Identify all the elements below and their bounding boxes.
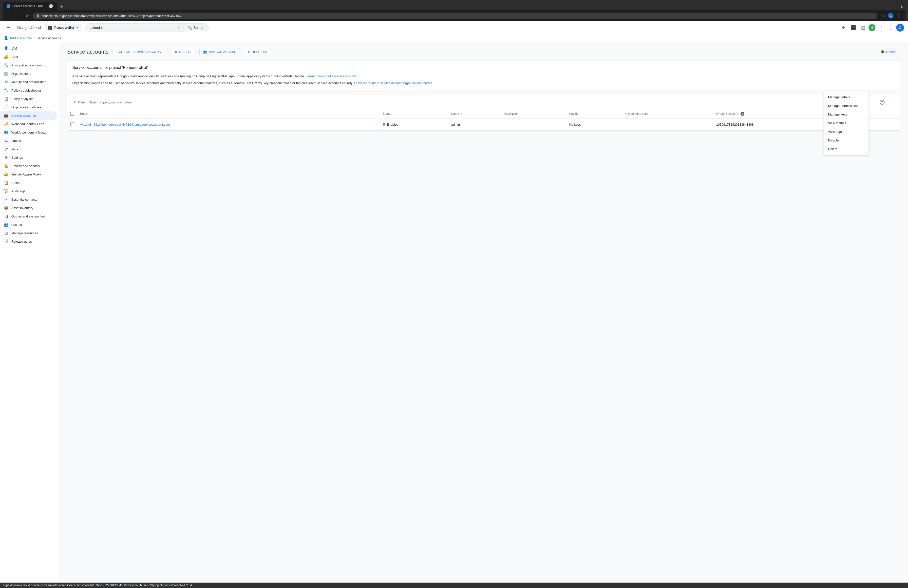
sidebar-item-settings[interactable]: ⚙ Settings: [0, 153, 57, 162]
sidebar-label-principal-access: Principal access bound...: [11, 63, 53, 67]
sidebar-item-labels[interactable]: 🏷 Labels: [0, 137, 57, 145]
project-name: PomodoroBot: [54, 26, 74, 29]
learn-button[interactable]: 🎓 LEARN: [877, 48, 900, 55]
table-container: ▼ Filter ? ⫶: [67, 95, 900, 130]
sidebar-item-principal-access[interactable]: 🔍 Principal access bound...: [0, 61, 57, 69]
sidebar-item-roles[interactable]: 📋 Roles: [0, 179, 57, 187]
email-link[interactable]: ✉ admin-291@pomodorobot-447104.iam.gserv…: [80, 123, 170, 126]
sidebar-label-release-notes: Release notes: [11, 240, 53, 243]
delete-icon: 🗑: [174, 50, 178, 53]
sidebar-item-essential-contacts[interactable]: 📧 Essential contacts: [0, 195, 57, 204]
notification-badge[interactable]: 4: [869, 24, 876, 31]
sidebar-icon-settings: ⚙: [4, 155, 8, 160]
sidebar-item-workforce-identity[interactable]: 👥 Workforce identity fede...: [0, 128, 57, 137]
breadcrumb-parent-link[interactable]: IAM and admin: [10, 36, 32, 40]
sidebar-label-identity-organisation: Identity and organisation: [11, 80, 53, 84]
refresh-button[interactable]: ↻ REFRESH: [244, 48, 270, 55]
search-clear-button[interactable]: ×: [178, 26, 180, 30]
sidebar-item-pam[interactable]: 🔐 PAM: [0, 53, 57, 61]
back-button[interactable]: ←: [6, 12, 13, 19]
context-menu-item-delete[interactable]: Delete: [824, 145, 869, 153]
app-header: ☰ Google Cloud ⬛ PomodoroBot ▼ × 🔍 Searc…: [0, 21, 908, 34]
oauth-info-icon[interactable]: i: [741, 112, 744, 116]
google-cloud-logo[interactable]: Google Cloud: [17, 25, 41, 30]
refresh-button[interactable]: ↺: [24, 12, 31, 19]
table-body: ✉ admin-291@pomodorobot-447104.iam.gserv…: [68, 119, 900, 130]
sidebar-label-identity-aware-proxy: Identity-Aware Proxy: [11, 172, 53, 176]
description-link-2[interactable]: Learn more about service account organis…: [354, 81, 433, 85]
delete-button[interactable]: 🗑 DELETE: [171, 48, 195, 55]
context-menu-item-manage-permissions[interactable]: Manage permissions: [824, 101, 869, 110]
more-options-button[interactable]: ⋮: [886, 23, 895, 32]
add-button[interactable]: ✦: [839, 23, 848, 32]
context-menu-item-manage-details[interactable]: Manage details: [824, 93, 869, 101]
sidebar-icon-organisation-policies: 📄: [4, 105, 8, 110]
browser-toolbar: ← → ↺ 🔒 console.cloud.google.com/iam-adm…: [3, 10, 905, 21]
help-button[interactable]: ?: [876, 23, 885, 32]
sidebar-label-audit-logs: Audit logs: [11, 189, 53, 193]
sort-icon: ↑: [460, 112, 462, 116]
sidebar-item-workload-identity-fede[interactable]: 🔑 Workload Identity Fede...: [0, 120, 57, 128]
sidebar-item-organisations[interactable]: 🏢 Organisations: [0, 69, 57, 78]
sidebar-item-tags[interactable]: 🏷 Tags: [0, 145, 57, 153]
browser-menu-button[interactable]: ⬇: [898, 3, 905, 10]
create-service-account-button[interactable]: + CREATE SERVICE ACCOUNT: [113, 48, 167, 55]
sidebar-icon-workforce-identity: 👥: [4, 130, 8, 135]
filter-input[interactable]: [90, 100, 875, 104]
hamburger-button[interactable]: ☰: [4, 23, 13, 32]
sidebar-item-quotas-system[interactable]: 📊 Quotas and system limi...: [0, 212, 57, 221]
sidebar-icon-privacy-security: 🔒: [4, 164, 8, 168]
filter-button[interactable]: ▼ Filter: [71, 100, 87, 105]
sidebar-item-iam[interactable]: 👤 IAM: [0, 44, 57, 53]
browser-toolbar-actions: ☆ C ⋮: [879, 12, 902, 19]
project-icon: ⬛: [48, 26, 52, 30]
sidebar-item-privacy-security[interactable]: 🔒 Privacy and security: [0, 162, 57, 170]
terminal-button[interactable]: ▤: [859, 23, 868, 32]
th-name[interactable]: Name ↑: [448, 110, 501, 119]
learn-label: LEARN: [886, 50, 897, 53]
tab-close-button[interactable]: ×: [49, 4, 53, 8]
sidebar-item-policy-analyser[interactable]: 📋 Policy analyser: [0, 95, 57, 103]
table-icons: ? ⫶: [878, 98, 896, 106]
sidebar-item-manage-resources[interactable]: 🗂 Manage resources: [0, 229, 57, 237]
table-help-button[interactable]: ?: [878, 98, 886, 106]
context-menu-item-manage-keys[interactable]: Manage keys: [824, 110, 869, 119]
context-menu-item-disable[interactable]: Disable: [824, 136, 869, 145]
sidebar-icon-organisations: 🏢: [4, 71, 8, 76]
sidebar-item-groups[interactable]: 👥 Groups: [0, 221, 57, 229]
search-container: × 🔍 Search: [85, 23, 209, 32]
address-bar[interactable]: 🔒 console.cloud.google.com/iam-admin/ser…: [32, 13, 877, 19]
bookmark-button[interactable]: ☆: [879, 12, 886, 19]
sidebar-item-identity-organisation[interactable]: ⚙ Identity and organisation: [0, 78, 57, 86]
page-header: Service accounts + CREATE SERVICE ACCOUN…: [67, 48, 900, 55]
sidebar-label-organisations: Organisations: [11, 72, 53, 76]
sidebar-item-service-accounts[interactable]: 💼 Service accounts: [0, 111, 57, 120]
sidebar-item-identity-aware-proxy[interactable]: 🔐 Identity-Aware Proxy: [0, 170, 57, 179]
context-menu-item-view-metrics[interactable]: View metrics: [824, 119, 869, 127]
user-avatar[interactable]: C: [896, 24, 904, 32]
new-tab-button[interactable]: +: [58, 3, 65, 10]
breadcrumb-separator: /: [34, 36, 35, 40]
description-link-1[interactable]: Learn more about service accounts.: [306, 74, 357, 78]
row-key-id-cell: No keys: [566, 119, 621, 130]
cloud-shell-button[interactable]: ⬛: [849, 23, 858, 32]
select-all-checkbox[interactable]: [70, 112, 74, 116]
sidebar-item-audit-logs[interactable]: 📜 Audit logs: [0, 187, 57, 195]
profile-button[interactable]: C: [887, 12, 894, 19]
search-button[interactable]: 🔍 Search: [184, 24, 208, 31]
browser-more-button[interactable]: ⋮: [895, 12, 902, 19]
manage-access-button[interactable]: 👥 MANAGE ACCESS: [200, 48, 240, 55]
forward-button[interactable]: →: [15, 12, 22, 19]
sidebar-item-policy-troubleshooter[interactable]: 🔧 Policy troubleshooter: [0, 86, 57, 95]
sidebar-item-asset-inventory[interactable]: 📦 Asset inventory: [0, 204, 57, 212]
project-selector[interactable]: ⬛ PomodoroBot ▼: [45, 24, 81, 31]
sidebar-item-organisation-policies[interactable]: 📄 Organisation policies: [0, 103, 57, 111]
column-toggle-button[interactable]: ⫶: [888, 98, 896, 106]
status-bar: https://console.cloud.google.com/iam-adm…: [0, 583, 908, 588]
row-checkbox[interactable]: [70, 122, 74, 126]
breadcrumb-icon: 👤: [4, 36, 8, 40]
context-menu-item-view-logs[interactable]: View logs: [824, 127, 869, 136]
active-tab[interactable]: Service accounts – IAM and … ×: [3, 2, 57, 10]
search-input[interactable]: [90, 26, 175, 30]
sidebar-item-release-notes[interactable]: 📝 Release notes: [0, 237, 57, 246]
